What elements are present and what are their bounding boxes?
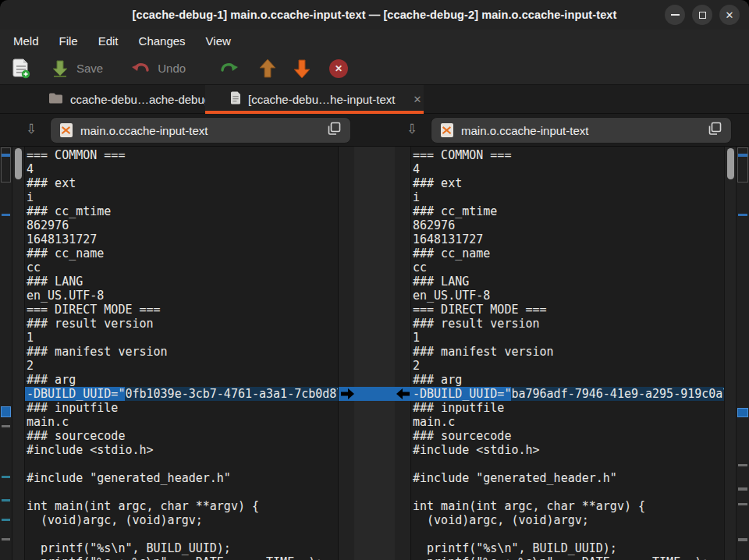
arrow-down-icon [292,58,312,79]
menu-edit[interactable]: Edit [88,31,129,51]
code-line [25,457,338,471]
left-file-selector[interactable]: main.o.ccache-input-text [50,117,351,144]
code-line: ### sourcecode [25,429,338,443]
stop-button[interactable]: ✕ [329,59,348,78]
save-file-left-icon[interactable]: ⇩ [26,122,37,136]
code-line: printf("%s\n", BUILD_UUID); [25,541,338,555]
code-line: ### cc_name [25,246,338,261]
code-line: 1 [411,331,724,345]
window-title: [ccache-debug-1] main.o.ccache-input-tex… [133,9,617,21]
code-line: printf("%s\n", BUILD_UUID); [411,541,724,555]
code-line: ### LANG [411,275,724,289]
copy-icon [708,122,722,139]
save-file-right-icon[interactable]: ⇩ [406,122,417,136]
save-button[interactable]: Save [50,58,103,79]
code-line: #include <stdio.h> [411,443,724,457]
file-headers: ⇩ main.o.ccache-input-text ⇩ main.o.ccac… [0,114,749,147]
code-line: en_US.UTF-8 [25,289,338,303]
tab-file-comparison[interactable]: [ccache-debu…he-input-text ✕ [205,85,424,114]
push-left-arrow-icon[interactable] [396,388,410,399]
left-scrollbar-thumb[interactable] [15,148,22,179]
toolbar: Save Undo [0,52,749,85]
tab-close-icon[interactable]: ✕ [413,94,421,105]
close-button[interactable]: ✕ [719,5,740,25]
stop-icon: ✕ [329,59,348,78]
diff-line: -DBUILD_UUID="0fb1039e-3cb7-4761-a3a1-7c… [25,387,338,401]
menu-changes[interactable]: Changes [129,31,196,51]
copy-icon [327,122,341,139]
overview-mark [738,503,747,505]
minimize-icon [671,14,680,16]
menubar: Meld File Edit Changes View [0,30,749,52]
code-line: main.c [25,415,338,429]
overview-mark [2,499,10,502]
previous-change-button[interactable] [257,58,278,79]
tab-folder-comparison[interactable]: ccache-debu…ache-debug-2 ✕ [37,85,205,114]
left-filename: main.o.ccache-input-text [80,124,319,137]
redo-button[interactable] [218,58,239,79]
minimize-button[interactable] [665,5,685,25]
push-right-arrow-icon[interactable] [341,388,354,399]
menu-file[interactable]: File [49,31,88,51]
maximize-button[interactable] [692,5,712,25]
code-line [411,485,724,499]
right-code[interactable]: === COMMON ===4### exti### cc_mtime86297… [411,147,724,560]
diff-line: -DBUILD_UUID="ba796adf-7946-41e9-a295-91… [411,387,724,401]
code-line: ### cc_mtime [25,204,338,218]
overview-mark [2,214,10,216]
tab-label: [ccache-debu…he-input-text [248,93,395,106]
overview-mark [2,425,10,427]
code-line: (void)argc, (void)argv; [411,513,724,527]
right-scrollbar-thumb[interactable] [727,148,734,179]
save-label: Save [76,62,103,75]
redo-icon [218,58,239,79]
code-line: ### manifest version [25,345,338,359]
code-line: 2 [411,359,724,373]
overview-mark [738,538,747,541]
code-line: === DIRECT MODE === [411,303,724,317]
overview-mark [2,476,10,478]
code-line: === DIRECT MODE === [25,303,338,317]
undo-label: Undo [158,62,186,75]
left-overview-map[interactable] [0,147,12,560]
left-code[interactable]: === COMMON ===4### exti### cc_mtime86297… [24,147,338,560]
code-line: ### arg [25,373,338,387]
code-line: 2 [25,359,338,373]
overview-mark [2,407,10,416]
document-icon [230,91,241,108]
code-line: 1648131727 [25,232,338,246]
overview-mark [738,464,747,466]
code-line: === COMMON === [25,148,338,162]
code-line: 862976 [411,218,724,232]
code-line: ### ext [25,176,338,190]
code-line: ### LANG [25,275,338,289]
titlebar[interactable]: [ccache-debug-1] main.o.ccache-input-tex… [0,0,749,30]
left-scrollbar[interactable] [12,147,24,560]
overview-viewport [1,147,11,183]
right-scrollbar[interactable] [724,147,736,560]
modified-file-icon [60,123,73,137]
link-map [354,147,395,560]
code-line: ### arg [411,373,724,387]
code-line: 862976 [25,218,338,232]
code-line: (void)argc, (void)argv; [25,513,338,527]
code-line: printf("%s : %s\n", __DATE__, __TIME__); [25,555,338,560]
menu-view[interactable]: View [196,31,241,51]
right-file-selector[interactable]: main.o.ccache-input-text [431,117,732,144]
overview-mark [2,538,10,541]
next-change-button[interactable] [292,58,312,79]
arrow-up-icon [257,58,278,79]
code-line: 1 [25,331,338,345]
new-comparison-button[interactable] [11,58,31,79]
right-overview-map[interactable] [736,147,749,560]
meld-window: [ccache-debug-1] main.o.ccache-input-tex… [0,0,749,560]
code-line: ### manifest version [411,345,724,359]
undo-button[interactable]: Undo [131,58,186,79]
code-line [411,527,724,541]
code-line: 4 [25,162,338,176]
code-line: i [411,190,724,204]
code-line: en_US.UTF-8 [411,289,724,303]
menu-meld[interactable]: Meld [3,31,49,51]
code-line [411,457,724,471]
code-line: ### result version [411,317,724,331]
